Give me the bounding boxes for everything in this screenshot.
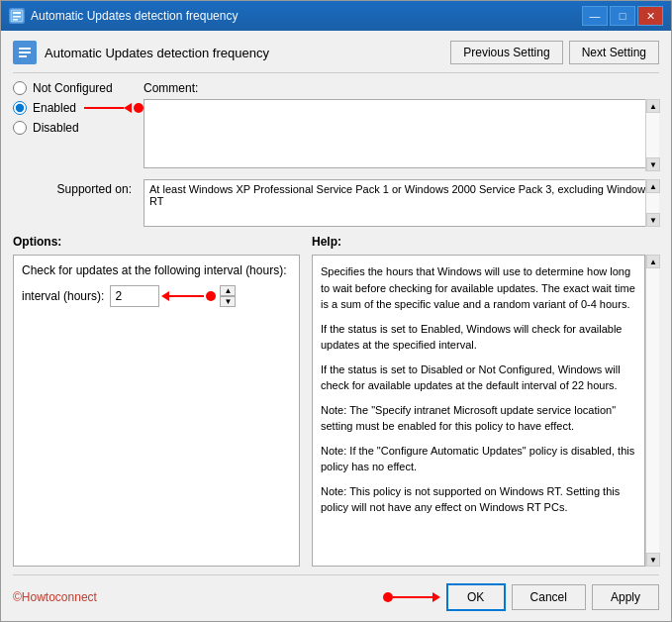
title-controls: — □ ✕ [582,6,663,26]
main-window: Automatic Updates detection frequency — … [0,0,672,622]
spin-down-button[interactable]: ▼ [220,296,236,307]
main-panels: Options: Check for updates at the follow… [13,235,659,567]
svg-rect-2 [13,16,21,18]
options-box-title: Check for updates at the following inter… [22,263,291,277]
options-panel: Options: Check for updates at the follow… [13,235,300,567]
not-configured-radio[interactable] [13,81,27,95]
svg-rect-3 [13,19,18,21]
maximize-button[interactable]: □ [610,6,635,26]
help-scroll-down[interactable]: ▼ [646,553,660,567]
spin-up-button[interactable]: ▲ [220,285,236,296]
scroll-up-arrow[interactable]: ▲ [646,99,660,113]
not-configured-option[interactable]: Not Configured [13,81,132,95]
not-configured-label: Not Configured [33,81,113,95]
radio-group: Not Configured Enabled D [13,81,132,171]
apply-button[interactable]: Apply [592,584,659,610]
supported-scroll-track [646,193,659,213]
interval-input[interactable] [110,285,159,307]
comment-label: Comment: [144,81,659,95]
content-area: Automatic Updates detection frequency Pr… [1,31,671,621]
disabled-option[interactable]: Disabled [13,121,132,135]
comment-textarea[interactable] [144,99,659,168]
options-title: Options: [13,235,300,249]
interval-input-wrap: ▲ ▼ [110,285,236,307]
interval-label: interval (hours): [22,289,104,303]
help-para-2: If the status is set to Enabled, Windows… [321,321,636,354]
help-scroll-up[interactable]: ▲ [646,255,660,268]
help-panel: Help: Specifies the hours that Windows w… [312,235,659,567]
minimize-button[interactable]: — [582,6,608,26]
scroll-track [646,113,659,157]
next-setting-button[interactable]: Next Setting [569,41,659,64]
help-para-1: Specifies the hours that Windows will us… [321,263,636,313]
disabled-label: Disabled [33,121,79,135]
watermark: ©Howtoconnect [13,590,97,604]
scroll-down-arrow[interactable]: ▼ [646,157,660,171]
supported-section: Supported on: At least Windows XP Profes… [13,179,659,227]
svg-rect-7 [19,55,27,57]
enabled-option[interactable]: Enabled [13,101,76,115]
policy-icon [13,41,37,64]
comment-scrollbar[interactable]: ▲ ▼ [645,99,659,171]
enabled-radio[interactable] [13,101,27,115]
svg-rect-5 [19,48,31,50]
supported-scroll-down[interactable]: ▼ [646,213,660,227]
help-para-4: Note: The "Specify intranet Microsoft up… [321,402,636,435]
header-left: Automatic Updates detection frequency [13,41,269,64]
disabled-radio[interactable] [13,121,27,135]
help-scroll-track [646,268,659,553]
enabled-label: Enabled [33,101,76,115]
options-box: Check for updates at the following inter… [13,255,300,567]
help-para-5: Note: If the "Configure Automatic Update… [321,443,636,475]
help-para-6: Note: This policy is not supported on Wi… [321,483,636,516]
window-title: Automatic Updates detection frequency [31,9,576,23]
help-scrollbar[interactable]: ▲ ▼ [645,255,659,567]
spin-buttons: ▲ ▼ [220,285,236,307]
middle-section: Not Configured Enabled D [13,81,659,171]
footer-buttons: OK Cancel Apply [383,583,659,611]
header-section: Automatic Updates detection frequency Pr… [13,41,659,73]
interval-row: interval (hours): [22,285,291,307]
help-title: Help: [312,235,659,249]
close-button[interactable]: ✕ [637,6,663,26]
nav-buttons: Previous Setting Next Setting [450,41,659,64]
policy-title: Automatic Updates detection frequency [45,46,269,60]
help-para-3: If the status is set to Disabled or Not … [321,362,636,394]
supported-label: Supported on: [13,179,132,196]
svg-rect-1 [13,12,21,14]
help-box: Specifies the hours that Windows will us… [312,255,645,567]
supported-scroll-up[interactable]: ▲ [646,179,660,193]
window-icon [9,8,25,24]
footer-section: ©Howtoconnect OK Cancel Apply [13,574,659,611]
title-bar: Automatic Updates detection frequency — … [1,1,671,31]
cancel-button[interactable]: Cancel [512,584,586,610]
comment-section: Comment: ▲ ▼ [144,81,659,171]
supported-text: At least Windows XP Professional Service… [144,179,659,227]
supported-scrollbar[interactable]: ▲ ▼ [645,179,659,227]
ok-button[interactable]: OK [446,583,506,611]
prev-setting-button[interactable]: Previous Setting [450,41,562,64]
svg-rect-6 [19,52,31,53]
